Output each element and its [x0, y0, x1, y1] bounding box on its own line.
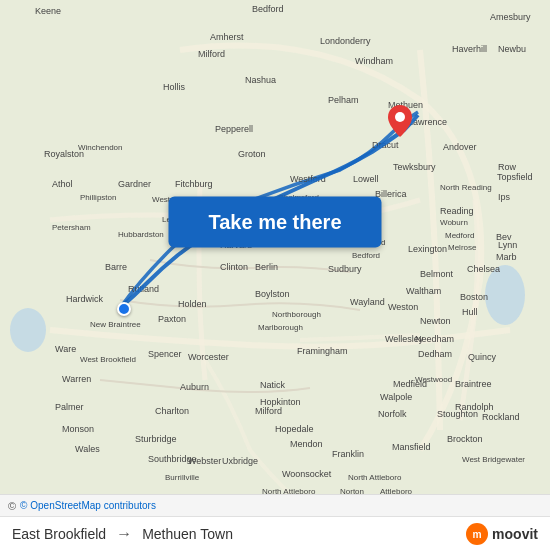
svg-text:Ips: Ips	[498, 192, 511, 202]
svg-text:Amherst: Amherst	[210, 32, 244, 42]
svg-text:Melrose: Melrose	[448, 243, 477, 252]
svg-text:Braintree: Braintree	[455, 379, 492, 389]
svg-text:Stoughton: Stoughton	[437, 409, 478, 419]
svg-text:Waltham: Waltham	[406, 286, 441, 296]
bottom-bar: East Brookfield → Methuen Town m moovit	[0, 516, 550, 550]
take-me-there-button[interactable]: Take me there	[168, 197, 381, 248]
svg-text:Westford: Westford	[290, 174, 326, 184]
svg-text:Mendon: Mendon	[290, 439, 323, 449]
svg-text:North Attleboro: North Attleboro	[262, 487, 316, 494]
svg-text:Bedford: Bedford	[352, 251, 380, 260]
svg-text:Sturbridge: Sturbridge	[135, 434, 177, 444]
svg-text:Reading: Reading	[440, 206, 474, 216]
svg-text:Belmont: Belmont	[420, 269, 454, 279]
svg-text:North Attleboro: North Attleboro	[348, 473, 402, 482]
svg-text:Woonsocket: Woonsocket	[282, 469, 332, 479]
svg-point-1	[10, 308, 46, 352]
svg-text:Gardner: Gardner	[118, 179, 151, 189]
svg-text:Boston: Boston	[460, 292, 488, 302]
svg-text:Windham: Windham	[355, 56, 393, 66]
svg-text:Natick: Natick	[260, 380, 286, 390]
osm-icon: ©	[8, 500, 16, 512]
svg-text:Milford: Milford	[198, 49, 225, 59]
svg-text:Groton: Groton	[238, 149, 266, 159]
svg-text:Dedham: Dedham	[418, 349, 452, 359]
svg-text:Framingham: Framingham	[297, 346, 348, 356]
svg-text:Weston: Weston	[388, 302, 418, 312]
svg-text:Uxbridge: Uxbridge	[222, 456, 258, 466]
svg-text:Hollis: Hollis	[163, 82, 186, 92]
svg-text:Wales: Wales	[75, 444, 100, 454]
svg-text:New Braintree: New Braintree	[90, 320, 141, 329]
svg-text:Rutland: Rutland	[128, 284, 159, 294]
svg-text:Tewksbury: Tewksbury	[393, 162, 436, 172]
svg-text:Fitchburg: Fitchburg	[175, 179, 213, 189]
svg-text:Norton: Norton	[340, 487, 364, 494]
svg-text:Lexington: Lexington	[408, 244, 447, 254]
origin-dot	[117, 302, 131, 316]
svg-text:Norfolk: Norfolk	[378, 409, 407, 419]
svg-text:Hopedale: Hopedale	[275, 424, 314, 434]
svg-text:Worcester: Worcester	[188, 352, 229, 362]
svg-text:Woburn: Woburn	[440, 218, 468, 227]
svg-text:Berlin: Berlin	[255, 262, 278, 272]
svg-text:Chelsea: Chelsea	[467, 264, 500, 274]
svg-text:Rockland: Rockland	[482, 412, 520, 422]
svg-text:Winchendon: Winchendon	[78, 143, 122, 152]
svg-text:Pelham: Pelham	[328, 95, 359, 105]
svg-text:Brockton: Brockton	[447, 434, 483, 444]
svg-text:Palmer: Palmer	[55, 402, 84, 412]
attribution-bar: © © OpenStreetMap contributors	[0, 494, 550, 516]
svg-text:Hardwick: Hardwick	[66, 294, 104, 304]
svg-text:Wayland: Wayland	[350, 297, 385, 307]
svg-text:Row: Row	[498, 162, 517, 172]
svg-text:Pepperell: Pepperell	[215, 124, 253, 134]
svg-text:Keene: Keene	[35, 6, 61, 16]
attribution-text: © OpenStreetMap contributors	[20, 500, 156, 511]
svg-text:Boylston: Boylston	[255, 289, 290, 299]
svg-text:Billerica: Billerica	[375, 189, 407, 199]
svg-text:Petersham: Petersham	[52, 223, 91, 232]
svg-text:Ware: Ware	[55, 344, 76, 354]
svg-text:Spencer: Spencer	[148, 349, 182, 359]
svg-text:Newton: Newton	[420, 316, 451, 326]
svg-text:Barre: Barre	[105, 262, 127, 272]
svg-text:Clinton: Clinton	[220, 262, 248, 272]
svg-text:West Bridgewater: West Bridgewater	[462, 455, 525, 464]
svg-text:Sudbury: Sudbury	[328, 264, 362, 274]
svg-text:Milford: Milford	[255, 406, 282, 416]
svg-text:Marb: Marb	[496, 252, 517, 262]
svg-text:Mansfield: Mansfield	[392, 442, 431, 452]
moovit-icon: m	[466, 523, 488, 545]
svg-text:West Brookfield: West Brookfield	[80, 355, 136, 364]
svg-text:Franklin: Franklin	[332, 449, 364, 459]
svg-text:Northborough: Northborough	[272, 310, 321, 319]
svg-text:Auburn: Auburn	[180, 382, 209, 392]
svg-point-2	[485, 265, 525, 325]
svg-text:Londonderry: Londonderry	[320, 36, 371, 46]
svg-text:Quincy: Quincy	[468, 352, 497, 362]
moovit-text: moovit	[492, 526, 538, 542]
svg-text:Lowell: Lowell	[353, 174, 379, 184]
origin-label: East Brookfield	[12, 526, 106, 542]
svg-text:Topsfield: Topsfield	[497, 172, 533, 182]
destination-label: Methuen Town	[142, 526, 233, 542]
svg-text:Webster: Webster	[188, 456, 221, 466]
svg-text:Newbu: Newbu	[498, 44, 526, 54]
svg-text:Andover: Andover	[443, 142, 477, 152]
svg-text:Walpole: Walpole	[380, 392, 412, 402]
map-container: Keene Bedford Amesbury Amherst Londonder…	[0, 0, 550, 494]
svg-text:Westwood: Westwood	[415, 375, 452, 384]
svg-text:Dracut: Dracut	[372, 140, 399, 150]
svg-text:Phillipston: Phillipston	[80, 193, 116, 202]
svg-text:Burrillville: Burrillville	[165, 473, 200, 482]
svg-text:Charlton: Charlton	[155, 406, 189, 416]
svg-text:Lawrence: Lawrence	[408, 117, 447, 127]
destination-pin	[388, 105, 412, 137]
svg-text:Monson: Monson	[62, 424, 94, 434]
svg-text:Lynn: Lynn	[498, 240, 517, 250]
svg-text:Bedford: Bedford	[252, 4, 284, 14]
svg-text:Hubbardston: Hubbardston	[118, 230, 164, 239]
svg-text:Nashua: Nashua	[245, 75, 276, 85]
route-arrow: →	[116, 525, 132, 543]
